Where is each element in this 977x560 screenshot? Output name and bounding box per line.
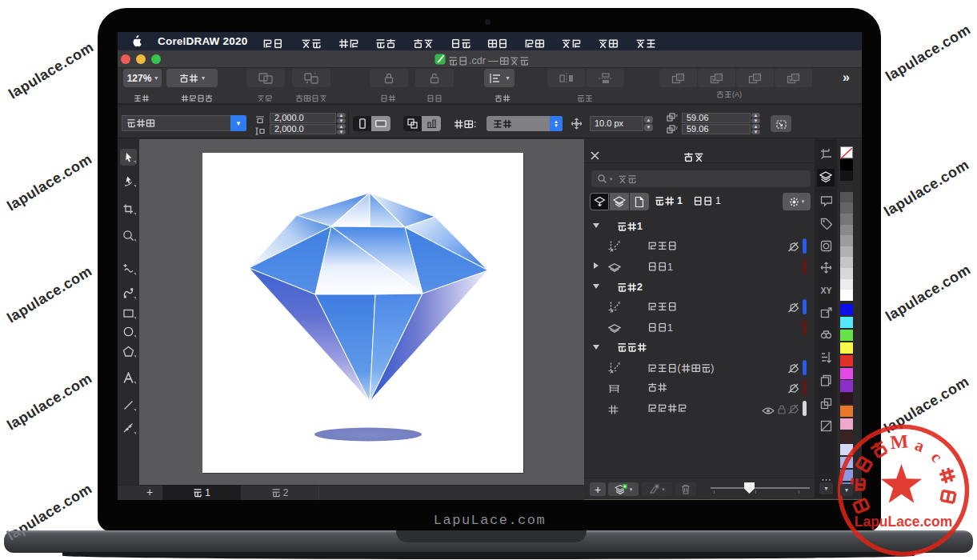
svg-text:c: c — [927, 448, 947, 466]
svg-text:M: M — [889, 430, 909, 453]
svg-text:y: y — [675, 125, 678, 130]
svg-text:XY: XY — [820, 286, 831, 295]
svg-text:LapuLace.com: LapuLace.com — [855, 514, 953, 530]
svg-text:a: a — [912, 435, 927, 456]
svg-text:x: x — [675, 113, 678, 118]
